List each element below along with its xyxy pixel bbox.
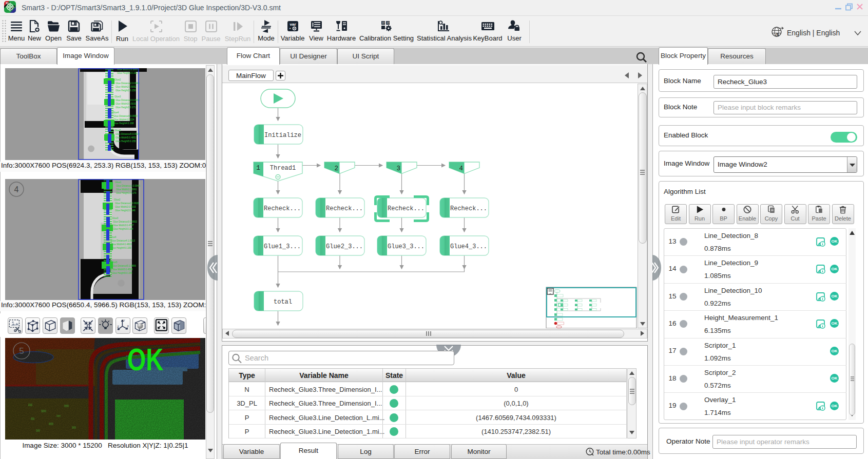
svg-text:4: 4 <box>459 165 463 172</box>
svg-text:Glue4: Glue4 <box>110 236 117 238</box>
svg-text:Glue Height2:0.146: Glue Height2:0.146 <box>115 209 136 212</box>
svg-text:Glue Distance3:0.0902: Glue Distance3:0.0902 <box>113 221 137 223</box>
svg-text:Glue Distance1:0.0946: Glue Distance1:0.0946 <box>116 185 140 187</box>
svg-text:S3: S3 <box>6 2 9 5</box>
svg-text:Glue1: Glue1 <box>115 181 122 184</box>
svg-text:Glue Height3:0.164: Glue Height3:0.164 <box>113 228 133 230</box>
svg-text:Initialize: Initialize <box>264 132 301 139</box>
svg-text:OK: OK <box>127 342 164 377</box>
svg-text:Glue Height2:0.150: Glue Height2:0.150 <box>115 89 136 92</box>
svg-text:X: X <box>127 325 129 328</box>
svg-text:5: 5 <box>19 346 24 356</box>
svg-text:Glue Distance2:0.0939: Glue Distance2:0.0939 <box>115 202 139 205</box>
svg-text:Glue Width3:0.4787: Glue Width3:0.4787 <box>113 224 134 227</box>
svg-text:Glue1_3...: Glue1_3... <box>264 243 301 250</box>
svg-text:Recheck...: Recheck... <box>326 205 363 212</box>
svg-text:Glue Width4:0.4803: Glue Width4:0.4803 <box>111 243 132 246</box>
svg-text:Glue Height5:0.155: Glue Height5:0.155 <box>115 140 136 143</box>
svg-text:A: A <box>775 31 779 37</box>
svg-text:Glue3_3...: Glue3_3... <box>388 243 425 250</box>
svg-text:2: 2 <box>334 165 338 172</box>
svg-text:Glue2_3...: Glue2_3... <box>326 243 363 250</box>
svg-text:Glue Height1:0.162: Glue Height1:0.162 <box>117 72 138 74</box>
svg-text:10: 10 <box>382 21 385 24</box>
svg-text:Glue Distance4:0.0950: Glue Distance4:0.0950 <box>113 115 138 117</box>
svg-text:1: 1 <box>256 165 260 172</box>
svg-text:Glue Distance3:0.0939: Glue Distance3:0.0939 <box>115 99 140 102</box>
svg-text:Glue Height5:0.155: Glue Height5:0.155 <box>112 272 132 274</box>
svg-text:*: * <box>289 27 291 31</box>
svg-text:Glue Distance5:1.0866: Glue Distance5:1.0866 <box>112 265 136 267</box>
svg-text:Glue3: Glue3 <box>112 217 119 219</box>
svg-text:Thread1: Thread1 <box>270 165 296 172</box>
svg-text:Glue Width3:0.5033: Glue Width3:0.5033 <box>115 103 137 105</box>
svg-text:4: 4 <box>14 185 19 194</box>
svg-text:Recheck...: Recheck... <box>450 205 487 212</box>
svg-text:Glue Width4:0.5224: Glue Width4:0.5224 <box>113 118 134 121</box>
svg-text:Z: Z <box>117 325 119 328</box>
svg-text:Glue Width1:0.5061: Glue Width1:0.5061 <box>116 188 137 191</box>
svg-text:Glue Width2:0.5033: Glue Width2:0.5033 <box>115 206 136 208</box>
svg-text:Glue Distance4:1.0613: Glue Distance4:1.0613 <box>111 240 135 242</box>
svg-text:Glue3: Glue3 <box>114 95 121 98</box>
svg-text:Glue5: Glue5 <box>111 261 118 264</box>
svg-text:Glue Width5:0.4565: Glue Width5:0.4565 <box>112 268 133 271</box>
svg-text:Y: Y <box>123 319 125 322</box>
svg-text:total: total <box>274 298 292 306</box>
svg-text:Glue Height4:0.168: Glue Height4:0.168 <box>113 122 134 125</box>
svg-text:Recheck...: Recheck... <box>264 205 301 212</box>
svg-text:Glue Width5:0.4852: Glue Width5:0.4852 <box>115 136 137 139</box>
svg-text:Glue Height3:0.171: Glue Height3:0.171 <box>115 106 136 109</box>
svg-text:3: 3 <box>396 165 400 172</box>
svg-text:Glue Width2:0.5052: Glue Width2:0.5052 <box>115 86 137 88</box>
svg-text:Glue2: Glue2 <box>114 198 121 201</box>
svg-text:Glue Height4:0.159: Glue Height4:0.159 <box>111 247 131 249</box>
svg-text:Glue Distance2:0.0946: Glue Distance2:0.0946 <box>115 82 140 85</box>
svg-text:10: 10 <box>387 21 390 24</box>
svg-text:Glue5: Glue5 <box>114 129 121 132</box>
svg-text:Glue2: Glue2 <box>114 78 121 81</box>
svg-text:Glue4_3...: Glue4_3... <box>450 243 487 250</box>
svg-text:Recheck...: Recheck... <box>388 205 425 212</box>
svg-text:Glue Distance5:0.0929: Glue Distance5:0.0929 <box>115 133 140 135</box>
svg-text:Glue Height1:0.170: Glue Height1:0.170 <box>116 192 137 194</box>
svg-text:Glue4: Glue4 <box>112 111 119 114</box>
